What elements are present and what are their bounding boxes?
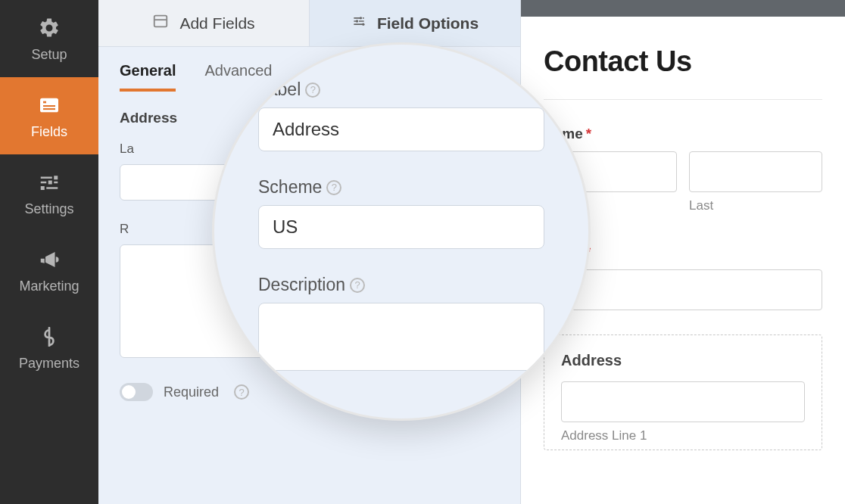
preview-top-bar <box>521 0 845 17</box>
last-name-input[interactable] <box>689 151 822 192</box>
address-line1-input[interactable] <box>561 381 805 422</box>
section-title: Address <box>120 110 499 126</box>
tab-field-options[interactable]: Field Options <box>310 0 520 46</box>
panel-top-tabs: Add Fields Field Options <box>98 0 520 47</box>
grid-icon <box>152 13 169 33</box>
panel-subtabs: General Advanced Logic <box>98 47 520 92</box>
required-toggle[interactable] <box>120 383 153 401</box>
divider <box>544 99 822 100</box>
email-field-block: Email* <box>544 244 822 310</box>
sliders-icon <box>36 170 62 195</box>
field-label-required-short: R <box>120 222 150 237</box>
name-field-block: Name* First Last <box>544 126 822 213</box>
subtab-general[interactable]: General <box>120 62 176 92</box>
first-name-input[interactable] <box>544 151 677 192</box>
field-group-label: La <box>120 142 499 201</box>
help-icon[interactable]: ? <box>234 384 249 400</box>
address-label: Address <box>561 352 805 369</box>
tab-label: Field Options <box>377 14 479 33</box>
panel-body: Address La R Required ? <box>98 92 520 401</box>
label-input-bg[interactable] <box>120 164 499 201</box>
field-group-description: R <box>120 222 499 362</box>
required-label: Required <box>164 384 219 400</box>
svg-rect-3 <box>43 108 55 110</box>
sidebar-item-label: Settings <box>24 201 73 217</box>
last-hint: Last <box>689 198 822 213</box>
gear-icon <box>36 15 62 41</box>
form-preview: Contact Us Name* First Last Email* <box>521 0 845 504</box>
subtab-advanced[interactable]: Advanced <box>204 62 272 92</box>
sidebar-item-label: Marketing <box>19 278 79 294</box>
megaphone-icon <box>36 247 62 272</box>
dollar-icon <box>36 324 62 350</box>
svg-point-8 <box>362 23 364 26</box>
field-label-label: La <box>120 142 150 157</box>
sidebar-item-fields[interactable]: Fields <box>0 77 98 154</box>
svg-rect-1 <box>43 101 46 103</box>
description-textarea-bg[interactable] <box>120 244 499 358</box>
form-icon <box>36 92 62 118</box>
sidebar-item-payments[interactable]: Payments <box>0 309 98 386</box>
sidebar-item-marketing[interactable]: Marketing <box>0 232 98 309</box>
sidebar-item-label: Payments <box>19 356 80 372</box>
sidebar-item-setup[interactable]: Setup <box>0 0 98 77</box>
form-title: Contact Us <box>544 45 822 78</box>
sidebar-item-label: Setup <box>31 47 67 63</box>
field-options-panel: Add Fields Field Options General Advance… <box>98 0 521 504</box>
svg-point-7 <box>356 20 358 22</box>
tab-add-fields[interactable]: Add Fields <box>98 0 310 46</box>
required-row: Required ? <box>120 383 499 401</box>
sidebar-item-settings[interactable]: Settings <box>0 154 98 232</box>
email-label: Email* <box>544 244 822 260</box>
svg-rect-2 <box>43 105 55 107</box>
tab-label: Add Fields <box>179 14 254 33</box>
subtab-logic[interactable]: Logic <box>391 62 428 92</box>
address-field-block[interactable]: Address Address Line 1 <box>544 334 822 450</box>
first-hint: First <box>544 198 677 213</box>
sidebar-item-label: Fields <box>31 124 67 140</box>
sliders-small-icon <box>351 14 366 33</box>
left-sidebar: Setup Fields Settings Marketing Payments <box>0 0 98 504</box>
address-line1-hint: Address Line 1 <box>561 428 805 443</box>
svg-rect-4 <box>154 16 167 27</box>
svg-point-6 <box>360 17 362 19</box>
name-label: Name* <box>544 126 822 142</box>
email-input[interactable] <box>544 269 822 310</box>
